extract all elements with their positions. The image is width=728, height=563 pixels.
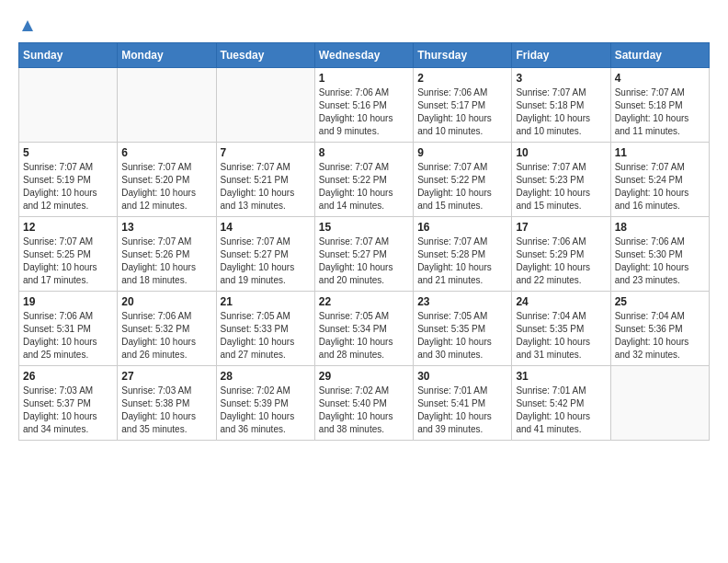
day-number: 21 bbox=[221, 295, 311, 308]
calendar-day-cell: 11Sunrise: 7:07 AMSunset: 5:24 PMDayligh… bbox=[610, 143, 709, 217]
day-info: Sunrise: 7:03 AMSunset: 5:38 PMDaylight:… bbox=[121, 385, 211, 436]
calendar-week-row: 5Sunrise: 7:07 AMSunset: 5:19 PMDaylight… bbox=[19, 143, 710, 217]
day-info: Sunrise: 7:07 AMSunset: 5:27 PMDaylight:… bbox=[221, 236, 311, 287]
day-info: Sunrise: 7:05 AMSunset: 5:33 PMDaylight:… bbox=[221, 310, 311, 362]
day-number: 6 bbox=[121, 146, 211, 159]
calendar-day-cell: 30Sunrise: 7:01 AMSunset: 5:41 PMDayligh… bbox=[414, 366, 512, 441]
calendar-day-cell: 15Sunrise: 7:07 AMSunset: 5:27 PMDayligh… bbox=[314, 217, 413, 292]
day-info: Sunrise: 7:04 AMSunset: 5:35 PMDaylight:… bbox=[516, 310, 606, 362]
day-number: 13 bbox=[121, 221, 211, 234]
calendar-day-cell bbox=[216, 68, 314, 143]
calendar-day-cell: 14Sunrise: 7:07 AMSunset: 5:27 PMDayligh… bbox=[216, 217, 314, 292]
day-number: 23 bbox=[417, 295, 507, 308]
calendar-day-cell: 8Sunrise: 7:07 AMSunset: 5:22 PMDaylight… bbox=[314, 143, 413, 217]
day-number: 4 bbox=[615, 72, 705, 85]
calendar-week-row: 1Sunrise: 7:06 AMSunset: 5:16 PMDaylight… bbox=[19, 68, 710, 143]
day-info: Sunrise: 7:07 AMSunset: 5:18 PMDaylight:… bbox=[516, 86, 606, 138]
day-number: 26 bbox=[23, 370, 113, 383]
day-number: 20 bbox=[121, 295, 211, 308]
calendar-day-cell: 5Sunrise: 7:07 AMSunset: 5:19 PMDaylight… bbox=[19, 143, 118, 217]
calendar-day-cell: 3Sunrise: 7:07 AMSunset: 5:18 PMDaylight… bbox=[512, 68, 610, 143]
calendar-day-cell: 9Sunrise: 7:07 AMSunset: 5:22 PMDaylight… bbox=[414, 143, 512, 217]
day-info: Sunrise: 7:06 AMSunset: 5:17 PMDaylight:… bbox=[417, 86, 507, 138]
day-number: 31 bbox=[516, 370, 606, 383]
day-info: Sunrise: 7:05 AMSunset: 5:34 PMDaylight:… bbox=[319, 310, 409, 362]
calendar-week-row: 26Sunrise: 7:03 AMSunset: 5:37 PMDayligh… bbox=[19, 366, 710, 441]
day-number: 30 bbox=[417, 370, 507, 383]
day-info: Sunrise: 7:07 AMSunset: 5:26 PMDaylight:… bbox=[121, 236, 211, 287]
calendar-day-cell bbox=[19, 68, 118, 143]
calendar-day-cell: 29Sunrise: 7:02 AMSunset: 5:40 PMDayligh… bbox=[314, 366, 413, 441]
day-number: 28 bbox=[221, 370, 311, 383]
day-number: 8 bbox=[319, 146, 409, 159]
day-number: 18 bbox=[615, 221, 705, 234]
calendar-day-cell: 28Sunrise: 7:02 AMSunset: 5:39 PMDayligh… bbox=[216, 366, 314, 441]
day-info: Sunrise: 7:03 AMSunset: 5:37 PMDaylight:… bbox=[23, 385, 113, 436]
day-number: 24 bbox=[516, 295, 606, 308]
calendar-day-cell: 16Sunrise: 7:07 AMSunset: 5:28 PMDayligh… bbox=[414, 217, 512, 292]
day-info: Sunrise: 7:02 AMSunset: 5:39 PMDaylight:… bbox=[221, 385, 311, 436]
day-number: 29 bbox=[319, 370, 409, 383]
logo bbox=[18, 18, 35, 33]
calendar-week-row: 12Sunrise: 7:07 AMSunset: 5:25 PMDayligh… bbox=[19, 217, 710, 292]
calendar-table: SundayMondayTuesdayWednesdayThursdayFrid… bbox=[18, 42, 710, 441]
day-number: 14 bbox=[221, 221, 311, 234]
day-number: 3 bbox=[516, 72, 606, 85]
day-of-week-header: Friday bbox=[512, 43, 610, 68]
day-number: 5 bbox=[23, 146, 113, 159]
day-number: 1 bbox=[319, 72, 409, 85]
calendar-day-cell: 24Sunrise: 7:04 AMSunset: 5:35 PMDayligh… bbox=[512, 292, 610, 366]
day-info: Sunrise: 7:07 AMSunset: 5:25 PMDaylight:… bbox=[23, 236, 113, 287]
day-info: Sunrise: 7:06 AMSunset: 5:29 PMDaylight:… bbox=[516, 236, 606, 287]
day-number: 12 bbox=[23, 221, 113, 234]
day-of-week-header: Thursday bbox=[414, 43, 512, 68]
day-number: 9 bbox=[417, 146, 507, 159]
calendar-day-cell: 31Sunrise: 7:01 AMSunset: 5:42 PMDayligh… bbox=[512, 366, 610, 441]
day-number: 11 bbox=[615, 146, 705, 159]
day-info: Sunrise: 7:07 AMSunset: 5:22 PMDaylight:… bbox=[417, 161, 507, 213]
day-info: Sunrise: 7:06 AMSunset: 5:30 PMDaylight:… bbox=[615, 236, 705, 287]
day-of-week-header: Monday bbox=[118, 43, 216, 68]
day-info: Sunrise: 7:07 AMSunset: 5:23 PMDaylight:… bbox=[516, 161, 606, 213]
day-of-week-header: Saturday bbox=[610, 43, 709, 68]
calendar-day-cell bbox=[118, 68, 216, 143]
day-info: Sunrise: 7:05 AMSunset: 5:35 PMDaylight:… bbox=[417, 310, 507, 362]
day-of-week-header: Wednesday bbox=[314, 43, 413, 68]
svg-marker-0 bbox=[22, 20, 33, 31]
calendar-day-cell: 7Sunrise: 7:07 AMSunset: 5:21 PMDaylight… bbox=[216, 143, 314, 217]
day-of-week-header: Sunday bbox=[19, 43, 118, 68]
day-number: 19 bbox=[23, 295, 113, 308]
calendar-day-cell: 19Sunrise: 7:06 AMSunset: 5:31 PMDayligh… bbox=[19, 292, 118, 366]
day-info: Sunrise: 7:07 AMSunset: 5:28 PMDaylight:… bbox=[417, 236, 507, 287]
calendar-day-cell: 23Sunrise: 7:05 AMSunset: 5:35 PMDayligh… bbox=[414, 292, 512, 366]
calendar-day-cell: 13Sunrise: 7:07 AMSunset: 5:26 PMDayligh… bbox=[118, 217, 216, 292]
day-number: 16 bbox=[417, 221, 507, 234]
day-info: Sunrise: 7:04 AMSunset: 5:36 PMDaylight:… bbox=[615, 310, 705, 362]
calendar-day-cell: 12Sunrise: 7:07 AMSunset: 5:25 PMDayligh… bbox=[19, 217, 118, 292]
day-info: Sunrise: 7:06 AMSunset: 5:32 PMDaylight:… bbox=[121, 310, 211, 362]
day-info: Sunrise: 7:07 AMSunset: 5:19 PMDaylight:… bbox=[23, 161, 113, 213]
day-number: 17 bbox=[516, 221, 606, 234]
calendar-day-cell: 22Sunrise: 7:05 AMSunset: 5:34 PMDayligh… bbox=[314, 292, 413, 366]
calendar-day-cell: 4Sunrise: 7:07 AMSunset: 5:18 PMDaylight… bbox=[610, 68, 709, 143]
calendar-day-cell: 2Sunrise: 7:06 AMSunset: 5:17 PMDaylight… bbox=[414, 68, 512, 143]
day-number: 27 bbox=[121, 370, 211, 383]
day-number: 22 bbox=[319, 295, 409, 308]
calendar-day-cell: 10Sunrise: 7:07 AMSunset: 5:23 PMDayligh… bbox=[512, 143, 610, 217]
calendar-day-cell: 21Sunrise: 7:05 AMSunset: 5:33 PMDayligh… bbox=[216, 292, 314, 366]
day-info: Sunrise: 7:07 AMSunset: 5:21 PMDaylight:… bbox=[221, 161, 311, 213]
calendar-day-cell: 18Sunrise: 7:06 AMSunset: 5:30 PMDayligh… bbox=[610, 217, 709, 292]
day-number: 15 bbox=[319, 221, 409, 234]
calendar-day-cell: 26Sunrise: 7:03 AMSunset: 5:37 PMDayligh… bbox=[19, 366, 118, 441]
day-info: Sunrise: 7:07 AMSunset: 5:20 PMDaylight:… bbox=[121, 161, 211, 213]
calendar-header-row: SundayMondayTuesdayWednesdayThursdayFrid… bbox=[19, 43, 710, 68]
day-number: 25 bbox=[615, 295, 705, 308]
day-info: Sunrise: 7:07 AMSunset: 5:27 PMDaylight:… bbox=[319, 236, 409, 287]
day-number: 10 bbox=[516, 146, 606, 159]
calendar-day-cell: 6Sunrise: 7:07 AMSunset: 5:20 PMDaylight… bbox=[118, 143, 216, 217]
calendar-day-cell: 27Sunrise: 7:03 AMSunset: 5:38 PMDayligh… bbox=[118, 366, 216, 441]
day-info: Sunrise: 7:07 AMSunset: 5:18 PMDaylight:… bbox=[615, 86, 705, 138]
day-number: 7 bbox=[221, 146, 311, 159]
day-info: Sunrise: 7:02 AMSunset: 5:40 PMDaylight:… bbox=[319, 385, 409, 436]
page-header bbox=[18, 18, 710, 33]
